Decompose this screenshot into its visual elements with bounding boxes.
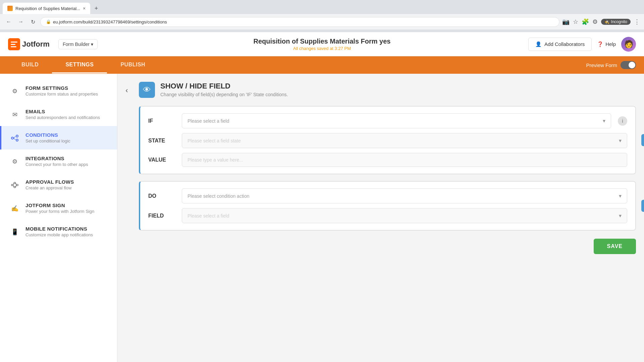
sidebar-desc-form-settings: Customize form status and properties xyxy=(25,92,109,97)
value-label: VALUE xyxy=(148,157,175,163)
preview-form-area: Preview Form xyxy=(586,61,636,69)
sidebar-label-mobile-notifications: MOBILE NOTIFICATIONS xyxy=(25,226,109,232)
header-center: Requisition of Supplies Materials Form y… xyxy=(254,38,391,51)
content-area: ‹ 👁 SHOW / HIDE FIELD Change visibility … xyxy=(117,74,644,362)
integrations-icon: ⚙ xyxy=(9,156,20,167)
incognito-label: Incognito xyxy=(611,19,627,24)
sidebar-label-emails: EMAILS xyxy=(25,109,109,114)
browser-chrome: Requisition of Supplies Material... × + … xyxy=(0,0,644,32)
if-label: IF xyxy=(148,118,175,124)
reload-btn[interactable]: ↻ xyxy=(28,17,38,26)
help-btn[interactable]: ❓ Help xyxy=(597,41,616,47)
sidebar-item-conditions[interactable]: CONDITIONS Set up conditional logic xyxy=(0,126,117,149)
sidebar-label-conditions: CONDITIONS xyxy=(25,132,109,138)
add-collaborators-btn[interactable]: 👤 Add Collaborators xyxy=(528,38,592,51)
do-block-wrapper: DO Please select condition action ▾ FIEL… xyxy=(125,181,636,231)
back-nav-btn[interactable]: ← xyxy=(4,17,13,26)
condition-description: Change visibility of field(s) depending … xyxy=(160,92,288,97)
lock-icon: 🔒 xyxy=(46,19,51,24)
sidebar-item-integrations[interactable]: ⚙ INTEGRATIONS Connect your form to othe… xyxy=(0,149,117,173)
extensions-icon[interactable]: 🧩 xyxy=(582,18,589,25)
logo-text: Jotform xyxy=(22,40,50,49)
add-do-condition-btn[interactable]: + xyxy=(641,200,644,212)
state-field-select[interactable]: Please select a field state ▾ xyxy=(182,133,627,148)
more-menu-icon[interactable]: ⋮ xyxy=(634,18,640,25)
do-action-placeholder: Please select condition action xyxy=(187,193,249,199)
svg-line-7 xyxy=(13,137,15,138)
tab-favicon xyxy=(7,6,13,11)
value-field-placeholder: Please type a value here... xyxy=(187,157,243,163)
sidebar-text-jotform-sign: JOTFORM SIGN Power your forms with Jotfo… xyxy=(25,202,109,214)
tab-bar: Requisition of Supplies Material... × + xyxy=(0,0,644,14)
svg-point-4 xyxy=(11,137,13,139)
save-btn[interactable]: SAVE xyxy=(594,239,636,254)
header-right: 👤 Add Collaborators ❓ Help 🧑 xyxy=(528,37,636,52)
sidebar-item-form-settings[interactable]: ⚙ FORM SETTINGS Customize form status an… xyxy=(0,79,117,103)
condition-header: 👁 SHOW / HIDE FIELD Change visibility of… xyxy=(139,82,636,98)
bookmark-icon[interactable]: ☆ xyxy=(573,18,578,25)
approval-flows-icon xyxy=(9,180,20,190)
if-block: IF Please select a field ▾ i STATE Pleas… xyxy=(139,106,636,174)
forward-nav-btn[interactable]: → xyxy=(16,17,25,26)
tab-settings[interactable]: SETTINGS xyxy=(52,57,107,73)
address-text: eu.jotform.com/build/231393247798469/set… xyxy=(53,19,167,24)
sidebar-desc-conditions: Set up conditional logic xyxy=(25,138,109,143)
user-avatar[interactable]: 🧑 xyxy=(621,37,636,52)
conditions-icon xyxy=(9,133,20,143)
do-field-select[interactable]: Please select a field ▾ xyxy=(182,208,627,223)
sidebar-item-emails[interactable]: ✉ EMAILS Send autoresponders and notific… xyxy=(0,103,117,126)
sidebar-text-conditions: CONDITIONS Set up conditional logic xyxy=(25,132,109,143)
state-chevron-icon: ▾ xyxy=(619,137,622,144)
nav-bar: ← → ↻ 🔒 eu.jotform.com/build/23139324779… xyxy=(0,14,644,29)
jotform-logo[interactable]: Jotform xyxy=(8,38,50,50)
if-info-btn[interactable]: i xyxy=(618,116,627,126)
jotform-sign-icon: ✍ xyxy=(9,203,20,214)
email-icon: ✉ xyxy=(9,109,20,120)
app-header: Jotform Form Builder ▾ Requisition of Su… xyxy=(0,32,644,56)
active-tab[interactable]: Requisition of Supplies Material... × xyxy=(3,3,90,14)
auto-save-status: All changes saved at 3:27 PM xyxy=(254,46,391,51)
back-btn[interactable]: ‹ xyxy=(121,84,133,97)
camera-off-icon: 📷 xyxy=(562,18,570,25)
nav-tabs: BUILD SETTINGS PUBLISH Preview Form xyxy=(0,56,644,74)
condition-info: SHOW / HIDE FIELD Change visibility of f… xyxy=(160,82,288,97)
sidebar-desc-emails: Send autoresponders and notifications xyxy=(25,115,109,120)
do-field-row: FIELD Please select a field ▾ xyxy=(148,208,627,223)
sidebar-text-approval-flows: APPROVAL FLOWS Create an approval flow xyxy=(25,179,109,190)
address-bar[interactable]: 🔒 eu.jotform.com/build/231393247798469/s… xyxy=(40,17,559,27)
preview-toggle[interactable] xyxy=(621,61,636,69)
toggle-knob xyxy=(629,62,635,68)
sidebar-item-approval-flows[interactable]: APPROVAL FLOWS Create an approval flow xyxy=(0,173,117,196)
new-tab-btn[interactable]: + xyxy=(92,4,101,13)
form-builder-btn[interactable]: Form Builder ▾ xyxy=(58,39,98,49)
if-block-wrapper: IF Please select a field ▾ i STATE Pleas… xyxy=(125,106,636,174)
do-action-chevron-icon: ▾ xyxy=(619,193,622,199)
form-title: Requisition of Supplies Materials Form y… xyxy=(254,38,391,45)
tab-publish[interactable]: PUBLISH xyxy=(107,57,159,73)
incognito-badge: 🕵 Incognito xyxy=(601,19,631,25)
sidebar-item-mobile-notifications[interactable]: 📱 MOBILE NOTIFICATIONS Customize mobile … xyxy=(0,220,117,243)
help-circle-icon: ❓ xyxy=(597,41,603,47)
sidebar-desc-integrations: Connect your form to other apps xyxy=(25,162,109,167)
tab-close-btn[interactable]: × xyxy=(83,6,86,11)
add-if-condition-btn[interactable]: + xyxy=(641,134,644,146)
if-field-placeholder: Please select a field xyxy=(187,118,229,124)
value-field-select[interactable]: Please type a value here... xyxy=(182,153,627,167)
if-field-chevron-icon: ▾ xyxy=(603,118,605,124)
user-plus-icon: 👤 xyxy=(535,41,542,47)
sidebar-text-form-settings: FORM SETTINGS Customize form status and … xyxy=(25,85,109,97)
condition-title: SHOW / HIDE FIELD xyxy=(160,82,288,90)
sync-icon[interactable]: ⚙ xyxy=(592,18,598,25)
svg-rect-1 xyxy=(11,42,17,43)
logo-area: Jotform Form Builder ▾ xyxy=(8,38,98,50)
do-field-label: FIELD xyxy=(148,213,175,219)
if-field-select[interactable]: Please select a field ▾ xyxy=(182,113,611,128)
svg-rect-9 xyxy=(11,184,13,186)
sidebar: ⚙ FORM SETTINGS Customize form status an… xyxy=(0,74,117,362)
tab-build[interactable]: BUILD xyxy=(8,57,52,73)
help-label: Help xyxy=(605,41,616,47)
do-action-select[interactable]: Please select condition action ▾ xyxy=(182,188,627,203)
sidebar-item-jotform-sign[interactable]: ✍ JOTFORM SIGN Power your forms with Jot… xyxy=(0,196,117,220)
sidebar-text-integrations: INTEGRATIONS Connect your form to other … xyxy=(25,156,109,167)
sidebar-text-mobile-notifications: MOBILE NOTIFICATIONS Customize mobile ap… xyxy=(25,226,109,237)
